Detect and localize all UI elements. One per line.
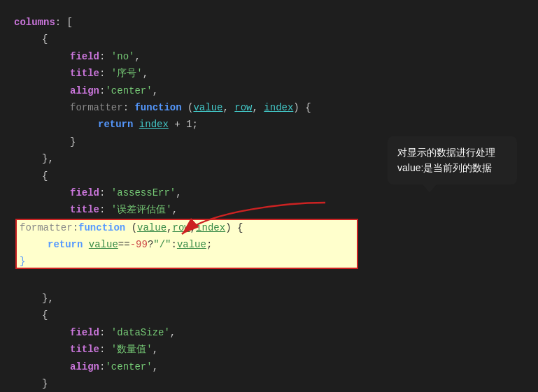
tooltip-bubble: 对显示的数据进行处理 value:是当前列的数据 [388, 136, 517, 184]
code-line-6: formatter: function (value, row, index) … [14, 99, 524, 116]
tooltip-text: 对显示的数据进行 [397, 147, 476, 158]
code-line-22: } [14, 375, 524, 392]
code-line-7: return index + 1; [14, 116, 524, 133]
code-line-21: align:'center', [14, 358, 524, 375]
code-line-1: columns: [ [14, 14, 524, 31]
code-line-18: { [14, 307, 524, 324]
code-after-block: }, { field: 'dataSize', title: '数量值', al… [14, 290, 524, 392]
code-line-4: title: '序号', [14, 65, 524, 82]
code-line-20: title: '数量值', [14, 341, 524, 358]
code-line-19: field: 'dataSize', [14, 324, 524, 341]
keyword-columns: columns [14, 15, 55, 30]
code-line-16: } [20, 254, 354, 270]
tooltip-text-2: value:是当前列的数 [397, 162, 482, 173]
code-editor: columns: [ { field: 'no', title: '序号', a… [0, 0, 538, 392]
code-line-2: { [14, 31, 524, 48]
annotation-arrow [140, 196, 336, 252]
code-line-17: }, [14, 290, 524, 307]
code-line-3: field: 'no', [14, 48, 524, 65]
code-line-5: align:'center', [14, 82, 524, 99]
